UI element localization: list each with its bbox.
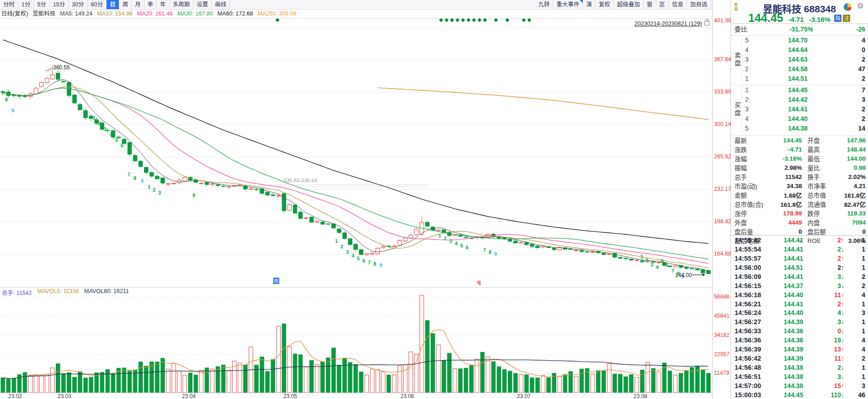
trade-count: 1 xyxy=(844,364,868,371)
lots-count: 2 xyxy=(837,255,841,262)
stat-label: 外盘 xyxy=(731,218,777,227)
last-price: 144.45 xyxy=(748,11,783,25)
axis-label: 300.14 xyxy=(714,121,731,127)
sell-queue-label: 卖盘 xyxy=(733,52,742,68)
stat-label: 跌停 xyxy=(802,209,841,218)
svg-text:4: 4 xyxy=(110,132,113,137)
stat-value: 147.96 xyxy=(841,137,868,144)
trade-time: 14:55:42 xyxy=(731,236,773,244)
svg-text:4: 4 xyxy=(351,253,355,258)
time-sales-list[interactable]: 14:55:42 144.41 2↑ 1 14:55:54 144.41 2↓ … xyxy=(731,235,868,399)
buy-level-row[interactable]: 5 144.38 14 xyxy=(742,124,868,133)
buy-queue: 买盘 1 144.45 7 2 144.42 3 3 144.41 2 4 14 xyxy=(731,85,868,133)
chart-area: 7891234567891239123456789123456789123456… xyxy=(0,0,712,399)
x-axis-label: 23.07 xyxy=(517,393,531,399)
stock-badge[interactable]: 注 xyxy=(843,15,850,22)
sell-level-row[interactable]: 5 144.70 4 xyxy=(742,36,868,45)
trade-count: 1 xyxy=(844,264,868,271)
trade-count: 2 xyxy=(844,273,868,280)
lots-count: 3 xyxy=(837,318,841,326)
candlestick-chart[interactable]: 7891234567891239123456789123456789123456… xyxy=(0,0,712,399)
sell-level-row[interactable]: 2 144.58 47 xyxy=(742,64,868,74)
trade-price: 144.36 xyxy=(773,327,814,335)
stat-label: 市净率 xyxy=(802,181,841,190)
time-sales-row: 14:56:48 144.38 2↓ 1 xyxy=(731,363,868,372)
x-axis-label: 23.02 xyxy=(8,393,22,399)
direction-arrow-icon: ↓ xyxy=(841,246,844,253)
pie-chart-icon[interactable] xyxy=(844,3,852,11)
trade-time: 14:56:21 xyxy=(731,300,773,308)
gear-icon[interactable]: ⚙ xyxy=(857,1,864,11)
svg-text:8: 8 xyxy=(133,175,136,181)
svg-text:9: 9 xyxy=(494,251,497,257)
stat-value: -3.16% xyxy=(777,155,802,162)
stat-label: 市盈(动) xyxy=(731,181,777,190)
axis-label: 22957 xyxy=(714,351,730,357)
stat-label: 量比 xyxy=(802,163,841,172)
svg-text:8: 8 xyxy=(489,249,491,255)
level-qty: 2 xyxy=(840,74,868,84)
stat-value: 1.68亿 xyxy=(777,190,802,200)
level-price: 144.40 xyxy=(756,114,840,124)
trade-time: 14:56:33 xyxy=(731,327,773,335)
sell-level-row[interactable]: 1 144.51 2 xyxy=(742,74,868,84)
svg-text:5: 5 xyxy=(460,243,463,248)
volume-legend-row: 总手: 11542MAVOL5: 11338MAVOL60: 16211 xyxy=(2,288,129,297)
stats-row: 总市值(合) 161.8亿 流通值 82.47亿 xyxy=(731,200,868,209)
sell-level-row[interactable]: 3 144.63 2 xyxy=(742,55,868,64)
stat-label: 总手 xyxy=(731,172,777,181)
weibi-row: 委比 -31.75% -26 xyxy=(731,24,868,36)
date-range-label[interactable]: 20230214-20230821 (129) xyxy=(608,21,709,27)
stat-label: 内盘 xyxy=(802,218,841,227)
trade-count: 1 xyxy=(844,373,868,380)
level-qty: 7 xyxy=(840,85,868,95)
stock-badge[interactable]: 陆 xyxy=(834,15,841,22)
level-qty: 3 xyxy=(840,95,868,105)
svg-text:9: 9 xyxy=(379,262,382,268)
weibi-diff: -26 xyxy=(839,24,868,35)
direction-arrow-icon: ↑ xyxy=(841,291,844,299)
trade-price: 144.38 xyxy=(773,382,814,389)
stat-value: 82.47亿 xyxy=(841,200,868,209)
trade-price: 144.38 xyxy=(773,373,814,380)
sell-level-row[interactable]: 4 144.64 0 xyxy=(742,45,868,55)
trade-count: 46 xyxy=(844,391,868,399)
trade-price: 144.39 xyxy=(773,318,814,326)
axis-label: 11479 xyxy=(714,370,729,376)
buy-queue-label: 买盘 xyxy=(733,102,742,117)
lots-count: 2 xyxy=(837,364,841,371)
svg-text:核: 核 xyxy=(274,278,279,284)
lock-icon[interactable] xyxy=(704,21,709,26)
time-sales-row: 14:56:24 144.40 4↓ 3 xyxy=(731,309,868,318)
svg-text:7: 7 xyxy=(128,172,130,177)
buy-level-row[interactable]: 4 144.40 2 xyxy=(742,114,868,124)
trade-price: 144.41 xyxy=(773,273,814,280)
stat-label: 振幅 xyxy=(731,163,777,172)
level-price: 144.64 xyxy=(756,45,840,55)
buy-level-row[interactable]: 3 144.41 2 xyxy=(742,105,868,114)
stat-value: 148.44 xyxy=(841,146,868,153)
stats-row: 盘后量 0 盘后额 0 xyxy=(731,227,868,236)
quote-header: K R 昱能科技 688348 ⚙ 144.45 -4.71 -3.16% 陆注 xyxy=(731,0,868,24)
buy-level-row[interactable]: 1 144.45 7 xyxy=(742,85,868,95)
lots-count: 15 xyxy=(834,382,841,389)
sell-rows: 5 144.70 4 4 144.64 0 3 144.63 2 2 144.5… xyxy=(742,36,868,84)
trade-count: 1 xyxy=(844,300,868,308)
trade-price: 144.45 xyxy=(773,391,814,399)
lots-count: 11 xyxy=(834,355,841,362)
stat-label: 最低 xyxy=(802,154,841,163)
stat-value: 119.33 xyxy=(841,210,868,217)
axis-label: 232.17 xyxy=(714,186,731,192)
level-price: 144.41 xyxy=(756,105,840,114)
trade-lots: 13↑ xyxy=(814,346,844,353)
x-axis-label: 23.06 xyxy=(400,393,414,399)
buy-level-row[interactable]: 2 144.42 3 xyxy=(742,95,868,105)
axis-label: 401.39 xyxy=(714,17,731,24)
trade-count: 3 xyxy=(844,382,868,389)
trade-count: 1 xyxy=(844,255,868,262)
stat-label: 盘后量 xyxy=(731,227,777,236)
price-line: 144.45 -4.71 -3.16% 陆注 xyxy=(731,11,868,25)
level-price: 144.38 xyxy=(756,124,840,133)
axis-label: 34162 xyxy=(714,332,730,338)
axis-label: 164.68 xyxy=(714,251,731,257)
